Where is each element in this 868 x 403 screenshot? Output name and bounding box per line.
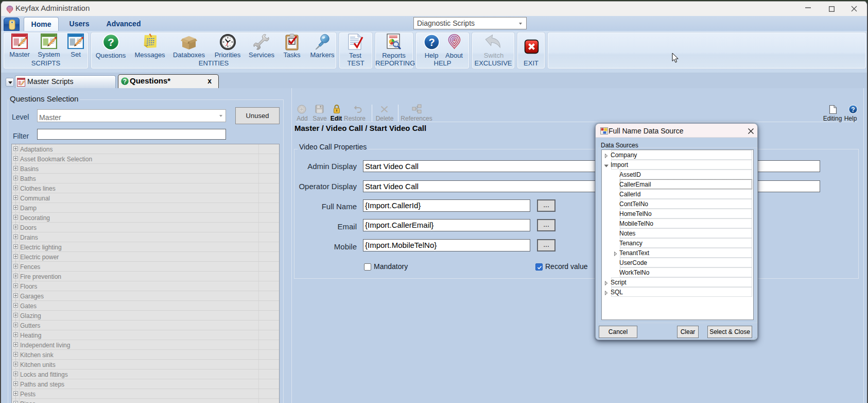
svg-text:?: ? xyxy=(851,106,855,113)
svg-text:?: ? xyxy=(428,37,435,48)
svg-text:?: ? xyxy=(108,36,114,48)
svg-text:?: ? xyxy=(123,78,127,85)
